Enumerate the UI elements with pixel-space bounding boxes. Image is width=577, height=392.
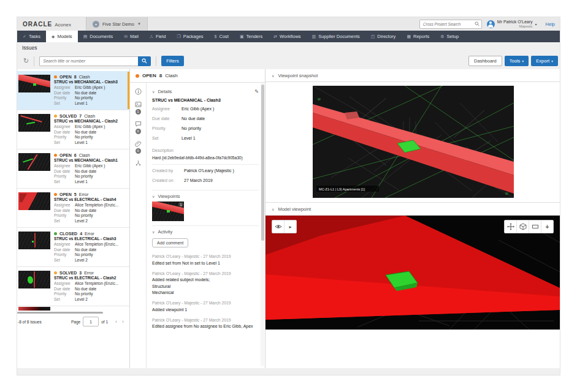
issue-card[interactable]: OPEN 6 Clash STRUC vs MECHANICAL - Clash… (17, 149, 129, 189)
pan-button[interactable] (505, 221, 516, 233)
issues-list-panel: OPEN 8 Clash STRUC vs MECHANICAL - Clash… (17, 69, 130, 368)
issue-type: Clash (79, 75, 90, 79)
tenders-icon: ▣ (240, 34, 244, 39)
issue-card[interactable]: SOLVED 7 Clash STRUC vs MECHANICAL - Cla… (17, 110, 129, 149)
viewpoints-section-header[interactable]: ∨ Viewpoints (152, 194, 259, 199)
viewpoints-tab[interactable]: 1 (135, 101, 142, 115)
nav-tab[interactable]: ⚠ Field (144, 31, 172, 42)
edit-icon[interactable]: ✎ (254, 89, 259, 94)
previous-page-icon[interactable]: ‹ (113, 318, 120, 325)
issue-card[interactable]: OPEN 5 Error STRUC vs ELECTRICAL - Clash… (17, 189, 129, 228)
nav-tab[interactable]: ▥ Supplier Documents (307, 31, 365, 42)
aconex-app: ORACLE Aconex ▴ Five Star Demo ▼ Mr Patr… (17, 17, 560, 375)
detail-number: 8 (159, 73, 162, 78)
export-button[interactable]: Export▾ (531, 56, 558, 66)
description-label: Description (152, 148, 259, 153)
nav-tab[interactable]: ❒ Packages (171, 31, 208, 42)
nav-tab[interactable]: $ Cost (209, 31, 234, 42)
issue-due-date: No due date (75, 247, 96, 253)
section-cube-button[interactable] (516, 221, 529, 233)
issues-list: OPEN 8 Clash STRUC vs MECHANICAL - Clash… (17, 71, 129, 306)
nav-tab[interactable]: ▣ Tenders (234, 31, 268, 42)
issue-card[interactable]: OPEN 8 Clash STRUC vs MECHANICAL - Clash… (17, 71, 129, 110)
page-input[interactable] (83, 317, 99, 326)
nav-tab[interactable]: ✉ Mail (118, 31, 144, 42)
project-avatar: ▴ (93, 21, 99, 28)
details-section-header[interactable]: ∨ Details ✎ (152, 89, 259, 94)
refresh-icon[interactable]: ↻ (23, 57, 29, 65)
activity-meta: Patrick O'Leary - Majestic - 27 March 20… (152, 301, 259, 305)
detail-field-row: Assignee Eric Gibb (Apex ) (152, 104, 259, 114)
nav-tab[interactable]: ✓ Tasks (17, 31, 46, 42)
zoom-out-button[interactable] (529, 221, 541, 233)
nav-tab[interactable]: ◫ Directory (365, 31, 402, 42)
viewpoint-snapshot-label: Viewpoint snapshot (278, 73, 318, 78)
nav-tab-label: Directory (377, 34, 395, 39)
issue-due-date: No due date (75, 130, 96, 135)
issue-card[interactable]: SOLVED 3 Error STRUC vs ELECTRICAL - Cla… (17, 267, 129, 306)
models-icon: ◈ (52, 34, 55, 39)
search-button[interactable] (138, 56, 151, 66)
nav-tab[interactable]: ▦ Reports (401, 31, 435, 42)
field-label: Priority (54, 96, 75, 101)
nav-tab[interactable]: ▤ Documents (78, 31, 119, 42)
nav-tab-label: Documents (90, 34, 113, 39)
detail-type: Clash (165, 73, 177, 78)
horizontal-scrollbar[interactable] (17, 312, 103, 314)
nav-tab[interactable]: ◈ Models (46, 31, 78, 42)
nav-tab-label: Cost (220, 34, 229, 39)
workflows-icon: ⇄ (273, 34, 277, 39)
viewpoint-count-badge: 1 (178, 202, 183, 207)
chevron-down-icon: ▾ (522, 59, 524, 63)
detail-field-row: Priority No priority (152, 124, 259, 134)
divider (152, 190, 259, 190)
tools-button[interactable]: Tools▾ (505, 56, 529, 66)
next-page-icon[interactable]: › (120, 318, 126, 325)
issue-thumbnail (18, 192, 50, 210)
field-label: Priority (54, 135, 75, 140)
filters-button[interactable]: Filters (161, 56, 183, 66)
related-items-tab[interactable] (135, 160, 142, 167)
viewpoint-thumbnail[interactable]: 1 (152, 202, 184, 221)
image-icon (135, 101, 142, 108)
partial-issue-thumbnail (18, 307, 50, 311)
detail-field-label: Assignee (152, 104, 182, 114)
visibility-button[interactable] (272, 221, 284, 233)
activity-feed: Patrick O'Leary - Majestic - 27 March 20… (152, 254, 259, 328)
scrollbar-thumb[interactable] (261, 85, 264, 241)
issue-card[interactable]: CLOSED 4 Error STRUC vs ELECTRICAL - Cla… (17, 228, 129, 267)
dashboard-button[interactable]: Dashboard (468, 56, 502, 66)
model-viewpoint-header[interactable]: ∨ Model viewpoint (266, 202, 560, 216)
zoom-in-button[interactable]: + (541, 221, 553, 233)
issue-thumbnail (18, 232, 50, 249)
user-menu[interactable]: Mr Patrick O'Leary Majestic ▾ (487, 20, 537, 28)
detail-field-value: No priority (182, 124, 201, 134)
pan-icon (507, 223, 514, 230)
comments-tab[interactable]: 0 (135, 121, 142, 134)
model-viewport[interactable]: ▸ + (266, 216, 560, 330)
attachments-tab[interactable]: 0 (135, 140, 142, 154)
help-link[interactable]: Help (546, 21, 555, 27)
issue-search (39, 56, 151, 66)
viewpoint-panels: ∨ Viewpoint snapshot (266, 69, 560, 368)
search-icon (142, 58, 147, 64)
info-tab[interactable] (135, 88, 142, 95)
issue-priority: No priority (75, 213, 93, 219)
project-selector[interactable]: ▴ Five Star Demo ▼ (86, 17, 148, 31)
issue-search-input[interactable] (39, 56, 138, 66)
viewpoint-snapshot-header[interactable]: ∨ Viewpoint snapshot (266, 69, 560, 82)
issue-title: STRUC vs ELECTRICAL - Clash4 (54, 197, 127, 203)
issue-status: OPEN (59, 153, 72, 157)
add-comment-button[interactable]: Add comment (152, 238, 188, 247)
search-icon[interactable] (475, 21, 480, 26)
viewpoints-count-badge: 1 (136, 109, 141, 115)
field-label: Assignee (54, 164, 75, 169)
nav-tab[interactable]: ⚙ Setup (435, 31, 464, 42)
expand-toolbar-button[interactable]: ▸ (284, 221, 296, 233)
activity-section-header[interactable]: ∨ Activity (152, 229, 259, 235)
documents-icon: ▤ (83, 34, 88, 39)
cross-project-search-input[interactable] (422, 21, 475, 27)
nav-tab[interactable]: ⇄ Workflows (268, 31, 306, 42)
status-dot (54, 154, 57, 157)
model-view-toolbar-right: + (504, 220, 554, 233)
